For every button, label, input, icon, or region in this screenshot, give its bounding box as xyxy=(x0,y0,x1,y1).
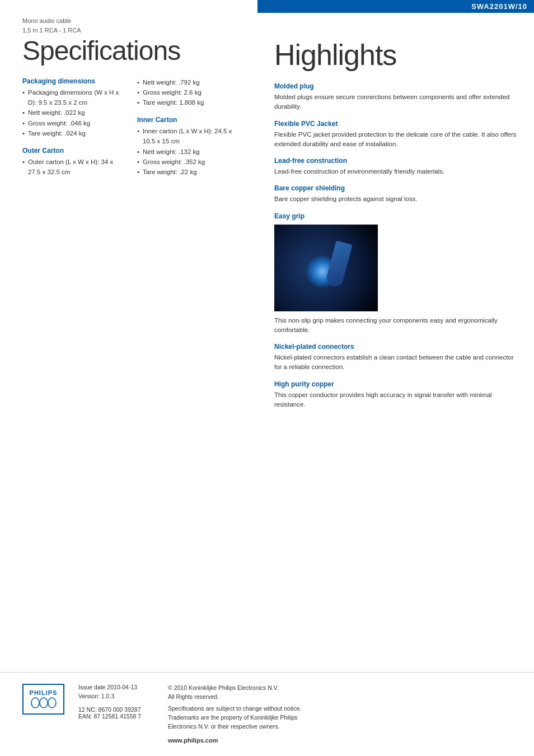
list-item: Gross weight: .046 kg xyxy=(22,118,126,128)
inner-carton-list: Inner carton (L x W x H): 24.5 x 10.5 x … xyxy=(137,126,241,178)
page: Mono audio cable 1,5 m 1 RCA - 1 RCA Spe… xyxy=(0,0,534,756)
highlight-heading-1: Flexible PVC Jacket xyxy=(274,120,517,128)
svg-point-1 xyxy=(40,698,48,708)
easy-grip-image xyxy=(274,225,378,311)
inner-carton-heading: Inner Carton xyxy=(137,116,241,124)
list-item: Gross weight: 2.6 kg xyxy=(137,87,241,97)
right-column: SWA2201W/10 Highlights Molded plug Molde… xyxy=(257,0,534,672)
svg-point-0 xyxy=(31,698,39,708)
specs-columns: Packaging dimensions Packaging dimension… xyxy=(22,77,241,178)
highlight-desc-0: Molded plugs ensure secure connections b… xyxy=(274,92,517,112)
left-column: Mono audio cable 1,5 m 1 RCA - 1 RCA Spe… xyxy=(0,0,257,672)
main-content: Mono audio cable 1,5 m 1 RCA - 1 RCA Spe… xyxy=(0,0,534,672)
nc-ean: 12 NC: 8670 000 39287 EAN: 87 12581 4155… xyxy=(78,706,157,720)
philips-logo-box: PHILIPS xyxy=(22,684,64,715)
nett-gross-list: Nett weight: .792 kg Gross weight: 2.6 k… xyxy=(137,77,241,108)
philips-logo-wave xyxy=(30,697,58,708)
highlights-title: Highlights xyxy=(274,39,517,71)
highlight-heading-7: High purity copper xyxy=(274,380,517,388)
philips-logo: PHILIPS xyxy=(22,684,67,715)
philips-logo-text: PHILIPS xyxy=(30,689,58,696)
packaging-list: Packaging dimensions (W x H x D): 9.5 x … xyxy=(22,87,126,139)
highlight-desc-6: Nickel-plated connectors establish a cle… xyxy=(274,353,517,372)
footer-website: www.philips.com xyxy=(168,736,512,745)
list-item: Nett weight: .132 kg xyxy=(137,147,241,157)
svg-point-2 xyxy=(48,698,56,708)
product-line1: Mono audio cable xyxy=(22,17,241,25)
issue-date: Issue date 2010-04-13 xyxy=(78,684,157,690)
copyright: © 2010 Koninklijke Philips Electronics N… xyxy=(168,684,512,702)
list-item: Outer carton (L x W x H): 34 x 27.5 x 32… xyxy=(22,157,126,178)
product-line2: 1,5 m 1 RCA - 1 RCA xyxy=(22,26,241,35)
footer: PHILIPS Issue date 2010-04-13 Version: 1… xyxy=(0,672,534,756)
list-item: Tare weight: 1.808 kg xyxy=(137,97,241,108)
highlight-heading-3: Bare copper shielding xyxy=(274,184,517,192)
right-col-inner: Highlights Molded plug Molded plugs ensu… xyxy=(274,0,517,409)
list-item: Tare weight: .024 kg xyxy=(22,128,126,138)
list-item: Nett weight: .022 kg xyxy=(22,108,126,118)
list-item: Packaging dimensions (W x H x D): 9.5 x … xyxy=(22,87,126,108)
version: Version: 1.0.3 xyxy=(78,693,157,699)
highlight-heading-4: Easy grip xyxy=(274,212,517,220)
highlight-heading-2: Lead-free construction xyxy=(274,157,517,165)
highlight-desc-2: Lead-free construction of environmentall… xyxy=(274,167,517,176)
specs-col-left: Packaging dimensions Packaging dimension… xyxy=(22,77,126,178)
list-item: Inner carton (L x W x H): 24.5 x 10.5 x … xyxy=(137,126,241,147)
disclaimer: Specifications are subject to change wit… xyxy=(168,704,512,731)
specs-title: Specifications xyxy=(22,36,241,66)
highlight-desc-1: Flexible PVC jacket provided protection … xyxy=(274,130,517,150)
footer-meta: Issue date 2010-04-13 Version: 1.0.3 12 … xyxy=(78,684,157,720)
highlight-desc-5: This non-slip grip makes connecting your… xyxy=(274,316,517,335)
outer-carton-heading: Outer Carton xyxy=(22,147,126,155)
list-item: Nett weight: .792 kg xyxy=(137,77,241,87)
product-code-bar: SWA2201W/10 xyxy=(257,0,534,13)
highlight-desc-3: Bare copper shielding protects against s… xyxy=(274,194,517,204)
specs-col-right: Nett weight: .792 kg Gross weight: 2.6 k… xyxy=(137,77,241,178)
outer-carton-list: Outer carton (L x W x H): 34 x 27.5 x 32… xyxy=(22,157,126,178)
highlight-heading-6: Nickel-plated connectors xyxy=(274,343,517,351)
list-item: Tare weight: .22 kg xyxy=(137,167,241,177)
footer-right: © 2010 Koninklijke Philips Electronics N… xyxy=(168,684,512,745)
list-item: Gross weight: .352 kg xyxy=(137,157,241,167)
highlight-heading-0: Molded plug xyxy=(274,82,517,90)
highlight-desc-7: This copper conductor provides high accu… xyxy=(274,390,517,410)
packaging-heading: Packaging dimensions xyxy=(22,77,126,85)
